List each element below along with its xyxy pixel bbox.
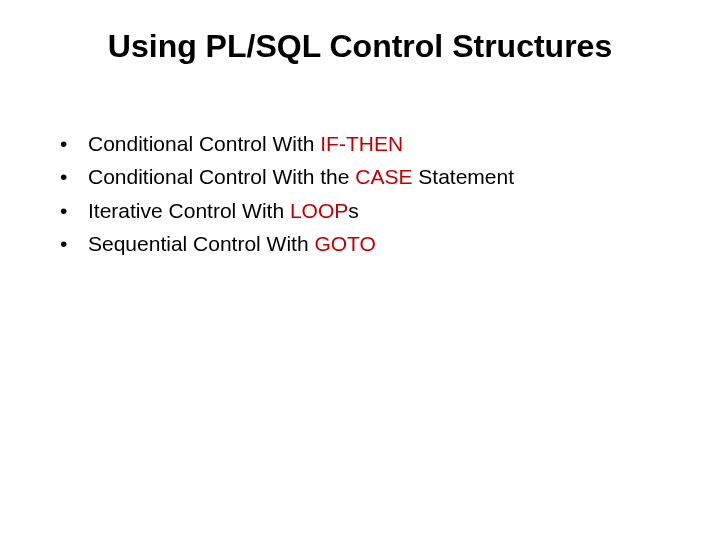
bullet-icon: • xyxy=(60,230,88,257)
bullet-post: Statement xyxy=(413,165,515,188)
bullet-highlight: IF-THEN xyxy=(320,132,403,155)
list-item: • Iterative Control With LOOPs xyxy=(60,197,660,224)
bullet-icon: • xyxy=(60,163,88,190)
bullet-text: Sequential Control With GOTO xyxy=(88,230,660,257)
bullet-icon: • xyxy=(60,197,88,224)
bullet-text: Conditional Control With IF-THEN xyxy=(88,130,660,157)
list-item: • Sequential Control With GOTO xyxy=(60,230,660,257)
bullet-pre: Iterative Control With xyxy=(88,199,290,222)
bullet-pre: Conditional Control With xyxy=(88,132,320,155)
bullet-pre: Conditional Control With the xyxy=(88,165,355,188)
slide: Using PL/SQL Control Structures • Condit… xyxy=(0,0,720,540)
bullet-highlight: CASE xyxy=(355,165,412,188)
bullet-list: • Conditional Control With IF-THEN • Con… xyxy=(60,130,660,263)
slide-title: Using PL/SQL Control Structures xyxy=(0,28,720,65)
bullet-pre: Sequential Control With xyxy=(88,232,314,255)
bullet-post: s xyxy=(348,199,359,222)
bullet-highlight: LOOP xyxy=(290,199,348,222)
bullet-text: Iterative Control With LOOPs xyxy=(88,197,660,224)
bullet-highlight: GOTO xyxy=(314,232,375,255)
list-item: • Conditional Control With IF-THEN xyxy=(60,130,660,157)
bullet-text: Conditional Control With the CASE Statem… xyxy=(88,163,660,190)
list-item: • Conditional Control With the CASE Stat… xyxy=(60,163,660,190)
bullet-icon: • xyxy=(60,130,88,157)
